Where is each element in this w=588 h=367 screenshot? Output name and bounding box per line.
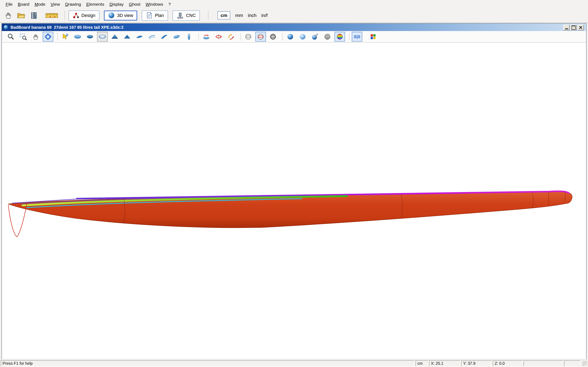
pick-point-icon bbox=[61, 33, 69, 41]
zoom-button[interactable] bbox=[6, 32, 16, 42]
paint-sphere-icon bbox=[311, 33, 319, 41]
menu-display[interactable]: Display bbox=[107, 1, 126, 7]
window-controls bbox=[563, 25, 584, 30]
shaded-sphere-button[interactable] bbox=[297, 32, 308, 42]
board-profile-icon bbox=[99, 33, 106, 41]
triangle-view-icon bbox=[111, 33, 119, 41]
resize-grip[interactable] bbox=[582, 361, 587, 366]
unit-cm[interactable]: cm bbox=[217, 11, 230, 19]
pick-point-button[interactable] bbox=[60, 32, 70, 42]
zoom-window-button[interactable] bbox=[18, 32, 28, 42]
unit-selector: cm mm inch in/f bbox=[217, 11, 268, 19]
3d-view-mode-button[interactable]: 3D view bbox=[104, 10, 137, 21]
menu-windows[interactable]: Windows bbox=[143, 1, 165, 7]
board-canvas[interactable] bbox=[2, 43, 586, 359]
view-slice-button[interactable] bbox=[134, 32, 145, 42]
status-empty-panel-2 bbox=[564, 360, 580, 366]
flip-view-icon bbox=[203, 33, 210, 41]
plan-mode-button[interactable]: Plan bbox=[142, 10, 168, 21]
status-unit: cm bbox=[415, 360, 428, 366]
ruler-icon bbox=[45, 11, 58, 19]
maximize-icon bbox=[571, 25, 576, 29]
color-grid-icon bbox=[370, 33, 376, 40]
view-outline-button[interactable] bbox=[72, 32, 83, 42]
pan-hand-icon bbox=[32, 33, 39, 41]
status-help: Press F1 for help bbox=[1, 360, 415, 366]
rotate-free-button[interactable] bbox=[226, 32, 236, 42]
view-profile-button[interactable] bbox=[97, 32, 108, 42]
menu-board[interactable]: Board bbox=[15, 1, 32, 7]
view-front-triangle-button[interactable] bbox=[109, 32, 120, 42]
striped-sphere-button[interactable] bbox=[322, 32, 333, 42]
shaded-sphere-icon bbox=[299, 33, 306, 41]
board-outline-small-icon bbox=[86, 33, 94, 41]
rotate-axis-icon bbox=[215, 33, 222, 41]
status-z-coordinate: Z: 0.0 bbox=[493, 360, 523, 366]
menu-view[interactable]: View bbox=[48, 1, 62, 7]
wireframe-sphere-button[interactable] bbox=[243, 32, 253, 42]
toolbar-separator bbox=[282, 33, 283, 41]
unit-mm[interactable]: mm bbox=[235, 13, 243, 18]
status-empty-panel bbox=[523, 360, 563, 366]
view-curves-button[interactable] bbox=[147, 32, 157, 42]
open-folder-icon bbox=[17, 11, 25, 19]
measure-button[interactable] bbox=[45, 10, 58, 21]
maximize-button[interactable] bbox=[571, 25, 577, 30]
rotate-3d-button[interactable] bbox=[43, 32, 53, 42]
status-y-coordinate: Y: 37.9 bbox=[461, 360, 492, 366]
toolbar-separator bbox=[199, 33, 199, 41]
rotate-3d-icon bbox=[44, 33, 52, 41]
3d-view-mode-label: 3D view bbox=[117, 13, 133, 18]
tilted-outline-icon bbox=[173, 33, 181, 41]
window-sphere-icon bbox=[3, 25, 9, 30]
view-cross-section-button[interactable] bbox=[184, 32, 194, 42]
cnc-mode-button[interactable]: CNC bbox=[173, 10, 200, 21]
minimize-icon bbox=[565, 28, 568, 29]
menu-mode[interactable]: Mode bbox=[32, 1, 48, 7]
unit-inf[interactable]: in/f bbox=[261, 13, 268, 18]
close-icon bbox=[579, 26, 582, 29]
striped-sphere-icon bbox=[324, 33, 331, 41]
rotate-axis-button[interactable] bbox=[213, 32, 224, 42]
pan-button[interactable] bbox=[30, 32, 41, 42]
view-outline-small-button[interactable] bbox=[85, 32, 95, 42]
minimize-button[interactable] bbox=[563, 25, 570, 30]
close-button[interactable] bbox=[578, 25, 584, 30]
wireframe-sphere-red-button[interactable] bbox=[255, 32, 266, 42]
flip-view-button[interactable] bbox=[201, 32, 211, 42]
zoom-icon bbox=[7, 33, 15, 41]
rainbow-sphere-button[interactable] bbox=[334, 32, 345, 42]
unit-inch[interactable]: inch bbox=[248, 13, 256, 18]
menu-drawing[interactable]: Drawing bbox=[62, 1, 84, 7]
menu-ghost[interactable]: Ghost bbox=[126, 1, 143, 7]
view-swoosh-button[interactable] bbox=[159, 32, 169, 42]
menu-file[interactable]: File bbox=[3, 1, 15, 7]
toolbar-separator bbox=[57, 33, 58, 41]
paint-sphere-button[interactable] bbox=[310, 32, 320, 42]
mesh-sphere-icon bbox=[269, 33, 277, 41]
design-molecule-icon bbox=[73, 12, 79, 18]
mesh-sphere-button[interactable] bbox=[268, 32, 278, 42]
board-outline-icon bbox=[74, 33, 81, 41]
color-grid-button[interactable] bbox=[368, 32, 378, 42]
toolbar-separator bbox=[65, 11, 65, 20]
menu-help[interactable]: ? bbox=[166, 1, 173, 7]
plan-sheet-icon bbox=[146, 12, 153, 19]
main-toolbar: Design 3D view Plan bbox=[0, 8, 588, 23]
solid-sphere-button[interactable] bbox=[285, 32, 295, 42]
save-button[interactable] bbox=[29, 10, 39, 21]
rotate-free-icon bbox=[227, 33, 235, 41]
hand-tool-button[interactable] bbox=[3, 10, 13, 21]
menu-elements[interactable]: Elements bbox=[84, 1, 107, 7]
slice-curves-icon bbox=[148, 33, 156, 41]
symmetry-button[interactable]: S|S bbox=[352, 32, 362, 42]
view-back-triangle-button[interactable] bbox=[122, 32, 132, 42]
window-titlebar[interactable]: BadBoard banana 68 27demi 167 85 litres … bbox=[2, 24, 586, 31]
wireframe-sphere-red-icon bbox=[257, 33, 264, 41]
view-tilted-outline-button[interactable] bbox=[171, 32, 182, 42]
design-mode-button[interactable]: Design bbox=[69, 10, 99, 21]
open-file-button[interactable] bbox=[16, 10, 26, 21]
design-mode-label: Design bbox=[81, 13, 95, 18]
zoom-window-icon bbox=[20, 33, 27, 41]
status-x-coordinate: X: 25.1 bbox=[429, 360, 460, 366]
